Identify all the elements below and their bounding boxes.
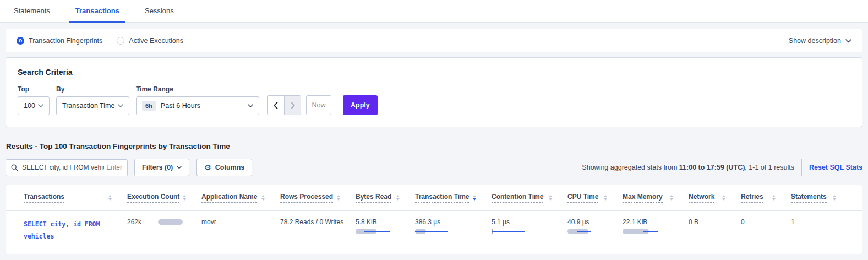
column-header-execution-count[interactable]: Execution Count — [127, 193, 201, 203]
count-bar — [158, 219, 183, 225]
sort-arrows-icon[interactable] — [549, 195, 552, 201]
column-label: Application Name — [201, 193, 257, 203]
column-label: Transaction Time — [415, 193, 469, 203]
column-label: CPU Time — [567, 193, 598, 203]
cell-max-memory: 22.1 KiB — [623, 218, 689, 234]
chevron-down-icon — [177, 166, 182, 169]
top-tab-bar: Statements Transactions Sessions — [0, 0, 868, 23]
stat-barchart — [356, 229, 404, 234]
radio-selected-icon — [17, 37, 24, 45]
sort-arrows-icon[interactable] — [772, 195, 776, 201]
columns-button-label: Columns — [215, 164, 244, 171]
cell-application-name: movr — [201, 218, 280, 226]
top-select[interactable]: 100 — [18, 96, 50, 115]
table-row: SELECT city, id FROM vehicles262kmovr78.… — [6, 211, 862, 252]
radio-label: Active Executions — [129, 37, 183, 45]
tab-sessions[interactable]: Sessions — [139, 0, 180, 22]
cell-retries: 0 — [741, 218, 791, 226]
sort-arrows-icon[interactable] — [183, 195, 186, 201]
column-label: Contention Time — [492, 193, 543, 203]
sort-arrows-icon[interactable] — [604, 195, 607, 201]
time-range-value: Past 6 Hours — [161, 102, 200, 110]
chevron-down-icon — [38, 104, 43, 107]
transactions-table: TransactionsExecution CountApplication N… — [6, 185, 862, 254]
showing-stats-text: Showing aggregated stats from 11:00 to 1… — [582, 164, 794, 171]
filters-button[interactable]: Filters (0) — [134, 159, 189, 176]
cell-network: 0 B — [689, 218, 741, 226]
column-header-transactions[interactable]: Transactions — [24, 193, 127, 203]
column-header-rows-processed[interactable]: Rows Processed — [280, 193, 356, 203]
column-header-bytes-read[interactable]: Bytes Read — [356, 193, 415, 203]
cell-value: 40.9 µs — [567, 218, 612, 226]
chevron-down-icon — [118, 104, 123, 107]
cell-value: 0 — [741, 218, 745, 226]
search-input[interactable]: SELECT city, id FROM vehicles W Enter — [6, 159, 128, 176]
stat-barchart — [567, 229, 612, 234]
column-header-cpu-time[interactable]: CPU Time — [567, 193, 623, 203]
sort-arrows-icon[interactable] — [108, 195, 112, 201]
radio-label: Transaction Fingerprints — [29, 37, 102, 45]
radio-unselected-icon — [117, 37, 124, 45]
now-button[interactable]: Now — [306, 95, 331, 115]
time-pager — [267, 95, 301, 115]
sort-arrows-icon[interactable] — [670, 195, 673, 201]
stat-barchart — [492, 229, 556, 234]
transaction-fingerprint-link[interactable]: SELECT city, id FROM vehicles — [24, 220, 100, 240]
column-header-transaction-time[interactable]: Transaction Time — [415, 193, 492, 203]
column-label: Bytes Read — [356, 193, 391, 203]
column-label: Max Memory — [623, 193, 663, 203]
chevron-down-icon — [845, 39, 851, 43]
cell-transaction-time: 386.3 µs — [415, 218, 492, 234]
column-header-retries[interactable]: Retries — [741, 193, 791, 203]
show-description-toggle[interactable]: Show description — [789, 37, 851, 45]
cell-cpu-time: 40.9 µs — [567, 218, 623, 234]
column-label: Retries — [741, 193, 763, 203]
time-prev-button[interactable] — [268, 96, 284, 115]
column-label: Statements — [791, 193, 827, 203]
cell-value: 1 — [791, 218, 795, 226]
column-label: Rows Processed — [280, 193, 333, 203]
cell-value: 5.8 KiB — [356, 218, 404, 226]
sort-arrows-icon[interactable] — [833, 195, 836, 201]
cell-contention-time: 5.1 µs — [492, 218, 567, 234]
column-header-contention-time[interactable]: Contention Time — [492, 193, 567, 203]
sort-arrows-icon[interactable] — [337, 195, 340, 201]
columns-button[interactable]: ⚙ Columns — [196, 159, 252, 176]
column-label: Network — [689, 193, 714, 203]
time-range-field-label: Time Range — [136, 85, 259, 93]
search-enter-hint: Enter — [106, 164, 122, 171]
column-header-application-name[interactable]: Application Name — [201, 193, 280, 203]
radio-active-executions[interactable]: Active Executions — [117, 37, 183, 45]
cell-value: 22.1 KiB — [623, 218, 678, 226]
search-criteria-panel: Search Criteria Top 100 By Transaction T… — [6, 57, 862, 127]
time-range-select[interactable]: 6h Past 6 Hours — [136, 96, 259, 115]
sort-arrows-icon[interactable] — [722, 195, 725, 201]
showing-range: 11:00 to 17:59 (UTC) — [679, 164, 745, 171]
apply-button[interactable]: Apply — [343, 95, 378, 115]
column-header-network[interactable]: Network — [689, 193, 741, 203]
column-header-statements[interactable]: Statements — [791, 193, 851, 203]
time-next-button[interactable] — [284, 96, 301, 115]
cell-transactions[interactable]: SELECT city, id FROM vehicles — [24, 218, 127, 243]
cell-value: movr — [201, 218, 216, 226]
top-select-value: 100 — [24, 102, 35, 110]
radio-transaction-fingerprints[interactable]: Transaction Fingerprints — [17, 37, 102, 45]
table-header-row: TransactionsExecution CountApplication N… — [6, 185, 862, 211]
cell-value: 0 B — [689, 218, 698, 226]
tab-statements[interactable]: Statements — [8, 0, 56, 22]
sort-arrows-icon[interactable] — [396, 195, 400, 201]
search-icon — [11, 164, 18, 171]
cell-execution-count: 262k — [127, 218, 201, 226]
sort-arrows-icon[interactable] — [261, 195, 265, 201]
by-select[interactable]: Transaction Time — [56, 96, 129, 115]
search-input-value: SELECT city, id FROM vehicles W — [22, 164, 104, 171]
column-header-max-memory[interactable]: Max Memory — [623, 193, 689, 203]
vertical-divider — [801, 159, 802, 176]
results-heading: Results - Top 100 Transaction Fingerprin… — [6, 142, 862, 150]
cell-value: 386.3 µs — [415, 218, 481, 226]
reset-sql-stats-link[interactable]: Reset SQL Stats — [809, 164, 862, 171]
sort-arrows-icon[interactable] — [473, 195, 476, 201]
show-description-label: Show description — [789, 37, 841, 45]
stat-barchart — [623, 229, 678, 234]
tab-transactions[interactable]: Transactions — [69, 0, 125, 22]
